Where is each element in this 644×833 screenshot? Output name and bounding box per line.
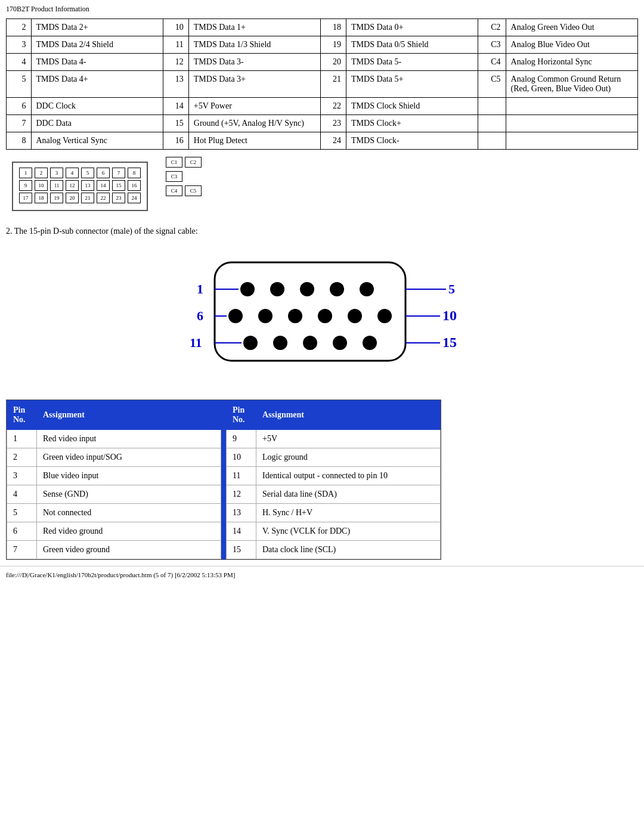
pin-desc: Hot Plug Detect (188, 132, 320, 150)
page-header: 170B2T Product Information (0, 0, 644, 16)
pin-table-right: Pin No. Assignment 9 +5V 10 Logic ground… (226, 400, 441, 559)
svg-text:5: 5 (448, 281, 455, 296)
dsub-diagram-svg: 1 6 11 5 10 15 (173, 244, 471, 388)
pin-desc: TMDS Data 5+ (346, 71, 478, 98)
dvi-pin-table: 2 TMDS Data 2+ 10 TMDS Data 1+ 18 TMDS D… (6, 18, 638, 150)
pin-assignment: Data clock line (SCL) (256, 541, 441, 559)
connector-pin: 4 (66, 168, 79, 178)
connector-pin: 12 (66, 180, 79, 191)
table-row: 13 H. Sync / H+V (227, 504, 441, 522)
connector-pin: 22 (97, 193, 110, 203)
c-connector-pin: C2 (185, 157, 202, 168)
connector-pin: 5 (81, 168, 94, 178)
pin-num: 12 (163, 54, 188, 71)
pin-table-section: Pin No. Assignment 1 Red video input 2 G… (6, 400, 638, 560)
connector-pin: 18 (35, 193, 48, 203)
svg-point-13 (273, 336, 287, 350)
pin-num: 6 (7, 98, 32, 115)
pin-assignment: Serial data line (SDA) (256, 485, 441, 504)
connector-pin: 16 (128, 180, 141, 191)
pin-assignment: Red video input (37, 430, 221, 448)
footer-text: file:///D|/Grace/K1/english/170b2t/produ… (6, 571, 235, 578)
table-row: 7 DDC Data 15 Ground (+5V, Analog H/V Sy… (7, 115, 638, 132)
pin-num: 10 (163, 19, 188, 36)
connector-pin: 15 (112, 180, 125, 191)
table-row: 10 Logic ground (227, 448, 441, 467)
c-pins: C1C2C3C4C5 (166, 157, 202, 198)
connector-pin: 19 (50, 193, 63, 203)
pin-desc: Ground (+5V, Analog H/V Sync) (188, 115, 320, 132)
table-row: 7 Green video ground (7, 541, 221, 559)
pin-assignment: Green video ground (37, 541, 221, 559)
pin-assignment: Logic ground (256, 448, 441, 467)
svg-point-11 (377, 309, 392, 323)
pin-number: 10 (227, 448, 256, 467)
table-row: 4 TMDS Data 4- 12 TMDS Data 3- 20 TMDS D… (7, 54, 638, 71)
pin-table-right-header-assign: Assignment (256, 401, 441, 430)
svg-point-6 (228, 309, 243, 323)
svg-point-12 (243, 336, 258, 350)
svg-text:6: 6 (197, 308, 203, 323)
table-row: 8 Analog Vertical Sync 16 Hot Plug Detec… (7, 132, 638, 150)
pin-desc: Analog Green Video Out (506, 19, 637, 36)
connector-pin: 1 (19, 168, 32, 178)
pin-tables-wrapper: Pin No. Assignment 1 Red video input 2 G… (6, 400, 441, 560)
pin-assignment: Not connected (37, 504, 221, 522)
dvi-connector-box: 12345678 910111213141516 171819202122232… (12, 162, 148, 211)
pin-desc: DDC Clock (31, 98, 163, 115)
pin-number: 3 (7, 467, 37, 485)
svg-point-15 (333, 336, 347, 350)
pin-desc: TMDS Data 1+ (188, 19, 320, 36)
pin-num: 2 (7, 19, 32, 36)
pin-desc: TMDS Clock+ (346, 115, 478, 132)
svg-point-10 (348, 309, 362, 323)
table-row: 11 Identical output - connected to pin 1… (227, 467, 441, 485)
pin-number: 11 (227, 467, 256, 485)
pin-desc: DDC Data (31, 115, 163, 132)
table-row: 6 DDC Clock 14 +5V Power 22 TMDS Clock S… (7, 98, 638, 115)
pin-number: 12 (227, 485, 256, 504)
svg-text:15: 15 (442, 335, 457, 350)
pin-num: 5 (7, 71, 32, 98)
pin-num: C3 (478, 36, 506, 54)
pin-desc: TMDS Data 4+ (31, 71, 163, 98)
svg-text:1: 1 (197, 281, 203, 296)
pin-desc: TMDS Data 0/5 Shield (346, 36, 478, 54)
connector-pin: 9 (19, 180, 32, 191)
connector-pin: 3 (50, 168, 63, 178)
pin-assignment: Identical output - connected to pin 10 (256, 467, 441, 485)
pin-num: 18 (321, 19, 346, 36)
pin-table-left-header-assign: Assignment (37, 401, 221, 430)
pin-number: 4 (7, 485, 37, 504)
pin-desc: Analog Vertical Sync (31, 132, 163, 150)
pin-number: 7 (7, 541, 37, 559)
connector-pin: 17 (19, 193, 32, 203)
svg-point-5 (360, 282, 374, 296)
pin-num: 23 (321, 115, 346, 132)
svg-point-8 (288, 309, 302, 323)
table-row: 15 Data clock line (SCL) (227, 541, 441, 559)
pin-num: 16 (163, 132, 188, 150)
pin-desc: TMDS Data 0+ (346, 19, 478, 36)
connector-pin: 21 (81, 193, 94, 203)
pin-number: 2 (7, 448, 37, 467)
connector-pin: 8 (128, 168, 141, 178)
dsub-section: 2. The 15-pin D-sub connector (male) of … (6, 227, 638, 388)
connector-pin: 2 (35, 168, 48, 178)
pin-desc (506, 98, 637, 115)
pin-assignment: V. Sync (VCLK for DDC) (256, 522, 441, 541)
pin-assignment: Sense (GND) (37, 485, 221, 504)
svg-text:10: 10 (442, 308, 457, 323)
pin-desc: TMDS Data 1/3 Shield (188, 36, 320, 54)
pin-num: 3 (7, 36, 32, 54)
table-row: 5 TMDS Data 4+ 13 TMDS Data 3+ 21 TMDS D… (7, 71, 638, 98)
pin-desc: TMDS Clock Shield (346, 98, 478, 115)
pin-number: 9 (227, 430, 256, 448)
pin-desc: TMDS Data 4- (31, 54, 163, 71)
svg-point-9 (318, 309, 332, 323)
dsub-description: 2. The 15-pin D-sub connector (male) of … (6, 227, 638, 236)
pin-num (478, 98, 506, 115)
pin-desc: Analog Common Ground Return (Red, Green,… (506, 71, 637, 98)
pin-desc: TMDS Data 5- (346, 54, 478, 71)
pin-num: C5 (478, 71, 506, 98)
